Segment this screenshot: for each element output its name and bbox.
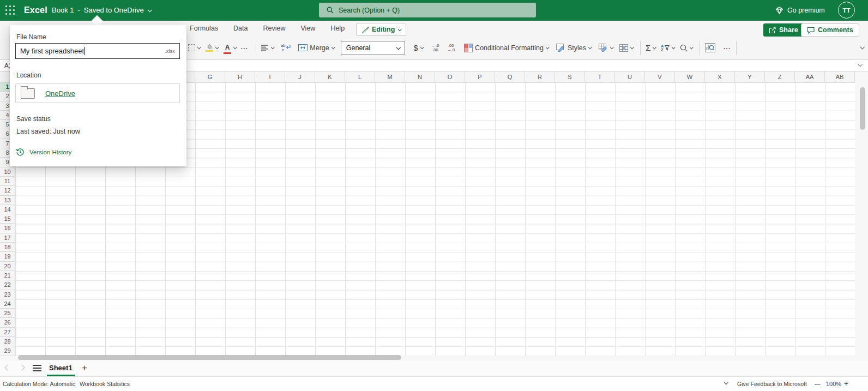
table-icon [619, 44, 628, 52]
editing-mode-button[interactable]: Editing [356, 23, 406, 36]
column-header-AB[interactable]: AB [825, 71, 855, 82]
column-header-K[interactable]: K [315, 71, 345, 82]
app-launcher-icon[interactable] [5, 5, 15, 15]
borders-button[interactable] [188, 44, 200, 51]
column-header-H[interactable]: H [225, 71, 255, 82]
app-logo[interactable]: Excel [24, 0, 47, 21]
row-header-22[interactable]: 22 [0, 280, 15, 290]
row-header-10[interactable]: 10 [0, 167, 15, 177]
conditional-formatting-button[interactable]: Conditional Formatting [464, 44, 548, 52]
column-header-S[interactable]: S [555, 71, 585, 82]
avatar[interactable]: TT [838, 2, 855, 19]
font-group-overflow-button[interactable]: ⋯ [240, 44, 249, 52]
vertical-scrollbar[interactable] [860, 87, 865, 130]
column-header-U[interactable]: U [615, 71, 645, 82]
increase-decimal-button[interactable]: .00 →.0 [447, 44, 455, 52]
row-header-28[interactable]: 28 [0, 337, 15, 346]
row-header-19[interactable]: 19 [0, 252, 15, 261]
workbook-statistics-button[interactable]: Workbook Statistics [80, 381, 130, 387]
zoom-in-button[interactable]: + [844, 380, 848, 388]
row-header-29[interactable]: 29 [0, 346, 15, 356]
next-sheet-icon[interactable] [19, 364, 25, 370]
merge-button[interactable]: Merge [298, 44, 334, 52]
tab-formulas[interactable]: Formulas [190, 25, 218, 32]
column-header-X[interactable]: X [705, 71, 735, 82]
all-sheets-menu-icon[interactable] [33, 365, 41, 372]
row-header-18[interactable]: 18 [0, 243, 15, 252]
row-header-20[interactable]: 20 [0, 262, 15, 271]
toolbar-divider [700, 41, 700, 55]
sort-filter-button[interactable]: A Z [661, 44, 674, 52]
row-header-23[interactable]: 23 [0, 290, 15, 299]
sheet-tab-sheet1[interactable]: Sheet1 [47, 361, 75, 376]
previous-sheet-icon[interactable] [4, 364, 10, 370]
decrease-decimal-button[interactable]: ←.0 .00 [432, 44, 439, 52]
wrap-text-button[interactable]: ab c [281, 44, 291, 52]
row-header-11[interactable]: 11 [0, 177, 15, 186]
status-bar-chevron-icon[interactable] [724, 380, 728, 384]
tab-view[interactable]: View [301, 25, 316, 32]
insert-table-button[interactable] [619, 44, 633, 52]
row-header-27[interactable]: 27 [0, 328, 15, 337]
column-header-P[interactable]: P [465, 71, 495, 82]
font-color-button[interactable]: A [224, 42, 236, 54]
column-header-N[interactable]: N [405, 71, 435, 82]
column-header-T[interactable]: T [585, 71, 615, 82]
chevron-down-icon[interactable] [147, 8, 152, 12]
document-name[interactable]: Book 1 [52, 0, 74, 21]
column-header-AA[interactable]: AA [795, 71, 825, 82]
tab-review[interactable]: Review [263, 25, 286, 32]
add-sheet-button[interactable]: + [79, 362, 91, 375]
onedrive-link[interactable]: OneDrive [45, 89, 75, 98]
tab-help[interactable]: Help [330, 25, 345, 32]
align-button[interactable] [261, 45, 274, 51]
row-header-25[interactable]: 25 [0, 309, 15, 318]
find-button[interactable] [680, 44, 692, 52]
zoom-out-button[interactable]: — [815, 381, 821, 387]
zoom-level[interactable]: 100% [826, 381, 841, 387]
toolbar-divider [640, 41, 641, 55]
column-header-M[interactable]: M [375, 71, 405, 82]
version-history-button[interactable]: Version History [16, 148, 71, 157]
document-title[interactable]: Book 1 - Saved to OneDrive [52, 0, 151, 21]
row-header-14[interactable]: 14 [0, 205, 15, 214]
search-input[interactable]: Search (Option + Q) [319, 3, 536, 17]
row-header-24[interactable]: 24 [0, 299, 15, 309]
accounting-format-button[interactable]: $ [414, 44, 423, 52]
row-header-12[interactable]: 12 [0, 186, 15, 195]
column-header-Y[interactable]: Y [735, 71, 765, 82]
row-header-17[interactable]: 17 [0, 233, 15, 243]
horizontal-scrollbar[interactable] [18, 355, 401, 360]
file-name-input[interactable]: My first spreadsheet .xlsx [15, 43, 180, 59]
fill-color-button[interactable] [206, 44, 218, 52]
column-header-J[interactable]: J [285, 71, 315, 82]
column-header-W[interactable]: W [675, 71, 705, 82]
column-header-Q[interactable]: Q [495, 71, 525, 82]
column-header-I[interactable]: I [255, 71, 285, 82]
column-header-Z[interactable]: Z [765, 71, 795, 82]
row-header-13[interactable]: 13 [0, 196, 15, 205]
calculation-mode-status[interactable]: Calculation Mode: Automatic [3, 381, 75, 387]
column-header-O[interactable]: O [435, 71, 465, 82]
comments-button[interactable]: Comments [801, 23, 859, 37]
row-header-15[interactable]: 15 [0, 214, 15, 224]
share-button[interactable]: Share [763, 23, 804, 37]
search-icon [327, 7, 334, 14]
row-header-26[interactable]: 26 [0, 318, 15, 327]
go-premium-button[interactable]: Go premium [775, 0, 825, 21]
analyze-data-button[interactable] [705, 43, 715, 52]
column-header-L[interactable]: L [345, 71, 375, 82]
expand-formula-bar-icon[interactable] [858, 62, 862, 67]
column-header-G[interactable]: G [195, 71, 225, 82]
column-header-V[interactable]: V [645, 71, 675, 82]
ribbon-overflow-button[interactable]: ⋯ [723, 44, 731, 52]
row-header-21[interactable]: 21 [0, 271, 15, 280]
autosum-button[interactable]: Σ [646, 43, 655, 52]
tab-data[interactable]: Data [233, 25, 248, 32]
column-header-R[interactable]: R [525, 71, 555, 82]
row-header-16[interactable]: 16 [0, 224, 15, 233]
format-as-table-button[interactable] [599, 44, 613, 52]
cell-styles-button[interactable]: Styles [556, 44, 591, 52]
feedback-link[interactable]: Give Feedback to Microsoft [737, 381, 807, 387]
number-format-select[interactable]: General [341, 41, 405, 55]
